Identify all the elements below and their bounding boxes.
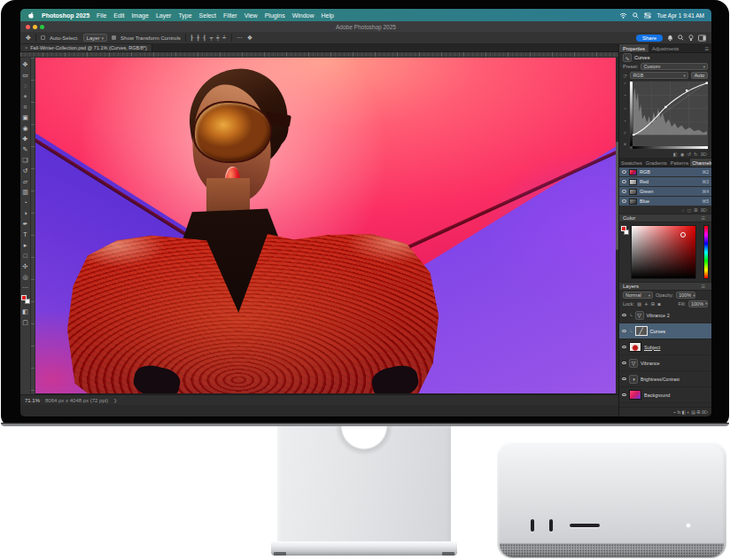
foreground-color-swatch[interactable] [621,226,626,231]
menu-window[interactable]: Window [292,12,315,19]
wifi-icon[interactable] [619,12,627,19]
channel-row-green[interactable]: Green ⌘4 [619,187,711,197]
menu-image[interactable]: Image [131,12,148,19]
search-icon[interactable] [678,35,684,41]
visibility-eye-icon[interactable] [622,180,626,183]
menu-app-name[interactable]: Photoshop 2025 [42,12,89,19]
channel-row-rgb[interactable]: RGB ⌘2 [619,167,711,177]
saturation-brightness-field[interactable] [631,225,696,279]
channels-footer-icons[interactable]: ○ ◻ ⊞ ⌦ [619,206,711,214]
tool-history-brush-icon[interactable]: ↺ [23,166,28,176]
spotlight-search-icon[interactable] [633,12,639,19]
discover-lightbulb-icon[interactable] [688,35,694,42]
auto-button[interactable]: Auto [691,72,708,79]
notifications-bell-icon[interactable] [667,35,673,42]
active-tool-icon[interactable]: ✥ [26,35,31,42]
edit-toolbar-icon[interactable]: ⋯ [22,283,28,293]
tab-channels[interactable]: Channels [690,159,711,167]
workspace-icon[interactable]: ❖ [247,35,252,42]
foreground-color-swatch[interactable] [21,295,27,300]
more-options-icon[interactable]: ⋯ [237,35,243,42]
curves-layer-thumbnail[interactable]: ╱ [635,326,648,336]
curves-graph[interactable] [629,81,709,150]
panel-layout-icon[interactable] [698,35,706,42]
channel-dropdown[interactable]: RGB [630,72,687,79]
tool-hand-icon[interactable]: ✣ [23,261,28,272]
tool-healing-brush-icon[interactable]: ✚ [23,134,28,144]
curves-plot[interactable] [633,82,708,136]
layer-row-subject[interactable]: Subject [619,339,711,355]
color-swatch-pair[interactable] [621,226,630,237]
tool-crop-icon[interactable]: ⌗ [24,102,27,113]
menu-filter[interactable]: Filter [223,12,237,19]
properties-footer-icons[interactable]: ◧ ◉ ↺ ↻ ⌦ [619,151,711,159]
color-picker-ring[interactable] [680,232,686,237]
tool-dodge-icon[interactable]: ◑ [23,208,27,219]
tool-frame-icon[interactable]: ▣ [22,113,28,123]
control-center-icon[interactable] [644,12,651,19]
layer-row-curves[interactable]: └ ╱ Curves [619,323,711,339]
tool-type-icon[interactable]: T [23,229,27,240]
screen-mode-icon[interactable]: ▢ [22,317,28,328]
layer-row-background[interactable]: Background [619,387,711,403]
visibility-eye-icon[interactable] [622,346,626,349]
auto-select-target-dropdown[interactable]: Layer [83,34,108,42]
zoom-level-field[interactable]: 71.1% [25,398,40,403]
share-button[interactable]: Share [636,35,663,42]
visibility-eye-icon[interactable] [622,314,626,317]
channel-row-blue[interactable]: Blue ⌘5 [619,197,711,206]
tool-gradient-icon[interactable]: ▥ [22,187,28,198]
visibility-eye-icon[interactable] [622,393,626,397]
panel-menu-icon[interactable]: ☰ [703,44,711,52]
tool-marquee-icon[interactable]: ▭ [22,70,28,81]
tool-move-icon[interactable]: ✥ [23,59,28,70]
close-tab-icon[interactable]: × [25,45,27,51]
layer-row-vibrance-2[interactable]: └ ▽ Vibrance 2 [619,307,711,323]
tool-eyedropper-icon[interactable]: ◉ [22,123,27,134]
preset-dropdown[interactable]: Custom [641,63,708,70]
menu-file[interactable]: File [97,12,106,19]
tool-object-selection-icon[interactable]: ⌖ [24,91,27,102]
subject-layer-thumbnail[interactable] [629,342,641,352]
menu-clock[interactable]: Tue Apr 1 9:41 AM [656,12,704,19]
tool-brush-icon[interactable]: ✎ [23,144,28,155]
tool-path-selection-icon[interactable]: ▸ [24,240,27,251]
menu-view[interactable]: View [245,12,258,19]
background-layer-thumbnail[interactable] [629,390,641,400]
panel-menu-icon[interactable]: ☰ [699,215,708,221]
menu-type[interactable]: Type [178,12,191,19]
curves-tool-icons[interactable]: ⌖ ⌁ ⌁ ⌁ ∿ ≋ [621,81,628,150]
align-distribute-icons[interactable]: ┠ ╂ ┨ ┯ ┿ ┷ [190,35,227,41]
targeted-adjustment-icon[interactable]: ☞ [623,73,627,79]
tool-zoom-icon[interactable]: ◎ [22,272,27,283]
layers-footer-icons[interactable]: ⌁ fx ◧ ◐ ▤ ⊞ ⌦ [619,407,711,416]
tool-pen-icon[interactable]: ✒ [23,219,28,229]
tab-properties[interactable]: Properties [619,44,648,52]
status-chevron-icon[interactable]: ❯ [113,398,117,403]
layer-row-brightness-contrast[interactable]: ◑ Brightness/Contrast [619,371,711,387]
menu-help[interactable]: Help [322,12,334,19]
tab-gradients[interactable]: Gradients [644,159,669,167]
fill-dropdown[interactable]: 100% [688,300,708,307]
tab-swatches[interactable]: Swatches [619,159,644,167]
menu-select[interactable]: Select [199,12,216,19]
visibility-eye-icon[interactable] [622,362,626,365]
visibility-eye-icon[interactable] [622,330,626,333]
tool-shape-icon[interactable]: □ [23,251,27,261]
opacity-dropdown[interactable]: 100% [676,292,695,299]
tab-patterns[interactable]: Patterns [669,159,690,167]
document-canvas[interactable] [35,58,618,394]
panel-menu-icon[interactable]: ☰ [699,284,708,289]
hue-slider[interactable] [703,225,709,279]
layer-row-vibrance[interactable]: ▽ Vibrance [619,355,711,371]
visibility-eye-icon[interactable] [622,190,626,193]
tool-blur-icon[interactable]: ◔ [23,198,27,208]
document-tab[interactable]: × Fall-Winter-Collection.psd @ 71.1% (Cu… [20,44,152,51]
blend-mode-dropdown[interactable]: Normal [623,292,653,299]
quick-mask-icon[interactable]: ◧ [22,307,28,317]
color-swatches[interactable] [21,295,30,305]
visibility-eye-icon[interactable] [622,170,626,174]
menu-edit[interactable]: Edit [113,12,124,19]
tool-lasso-icon[interactable]: ◌ [23,81,27,91]
apple-logo-icon[interactable] [27,12,35,19]
